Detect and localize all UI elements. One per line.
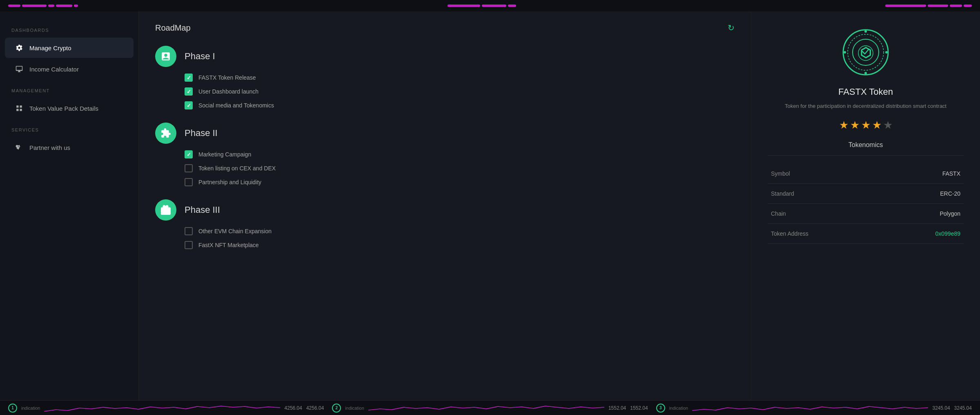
roadmap-title: RoadMap: [155, 23, 191, 33]
phase-1-item-1-text: FASTX Token Release: [198, 74, 256, 81]
sidebar-item-partner-with-us[interactable]: Partner with us: [5, 137, 134, 158]
token-name: FASTX Token: [768, 87, 964, 97]
tb-line-r2: [928, 4, 948, 7]
address-value: 0x099e89: [935, 230, 960, 237]
indicator-1: 1 indication 4256.04 4256.04: [8, 404, 324, 413]
gear-icon: [15, 43, 24, 52]
indicator-badge-1: 1: [8, 404, 17, 413]
tb-line-c2: [482, 4, 506, 7]
token-row-chain: Chain Polygon: [768, 204, 964, 224]
checkbox-3-2: [185, 241, 193, 249]
phase-2-title: Phase II: [185, 128, 218, 138]
checkbox-2-3: [185, 178, 193, 186]
indicator-2: 2 indication 1552.04 1552.04: [332, 404, 648, 413]
indicator-chart-1: [44, 404, 280, 412]
checkbox-1-3: [185, 101, 193, 109]
tb-line-r1: [885, 4, 926, 7]
svg-point-6: [864, 72, 867, 74]
phase-1-item-2-text: User Dashboard launch: [198, 88, 258, 95]
phase-2-items: Marketing Campaign Token listing on CEX …: [155, 150, 735, 186]
roadmap-panel: RoadMap ↻ Phase I: [139, 11, 751, 400]
sidebar-label-manage-crypto: Manage Crypto: [29, 45, 71, 51]
indicator-values-3: 3245.04 3245.04: [932, 405, 972, 411]
phase-2-item-3-text: Partnership and Liquidity: [198, 179, 261, 185]
indicator-label-3: indication: [669, 406, 688, 411]
tb-line-c1: [448, 4, 480, 7]
svg-point-5: [864, 30, 867, 33]
phase-2-icon: [155, 123, 176, 144]
sidebar-label-token-value-pack: Token Value Pack Details: [29, 105, 98, 112]
list-item: Other EVM Chain Expansion: [185, 227, 735, 235]
list-item: Social media and Tokenomics: [185, 101, 735, 109]
indicator-badge-3: 3: [656, 404, 665, 413]
top-bar-right: [885, 4, 972, 7]
top-bar-left: [8, 4, 78, 7]
phase-2-header: Phase II: [155, 123, 735, 144]
top-bar-center: [448, 4, 516, 7]
phase-3-items: Other EVM Chain Expansion FastX NFT Mark…: [155, 227, 735, 249]
refresh-icon[interactable]: ↻: [728, 23, 735, 33]
sidebar-section-dashboards: DASHBOARDS: [0, 20, 138, 37]
indicator-values-1: 4256.04 4256.04: [285, 405, 324, 411]
checkbox-2-1: [185, 150, 193, 158]
address-label: Token Address: [771, 230, 808, 237]
list-item: Partnership and Liquidity: [185, 178, 735, 186]
indicator-badge-2: 2: [332, 404, 341, 413]
phase-3-icon: [155, 199, 176, 221]
indicator-val1-2: 1552.04: [608, 405, 626, 411]
phase-1-icon: [155, 46, 176, 67]
indicator-val2-2: 1552.04: [630, 405, 648, 411]
token-panel: ⬡ FASTX Token Token for the participatio…: [751, 11, 980, 400]
list-item: FASTX Token Release: [185, 74, 735, 82]
indicator-val2-1: 4256.04: [306, 405, 324, 411]
star-1: ★: [839, 119, 849, 132]
indicator-val1-3: 3245.04: [932, 405, 950, 411]
phase-1-items: FASTX Token Release User Dashboard launc…: [155, 74, 735, 109]
sidebar-item-income-calculator[interactable]: Income Calculator: [5, 59, 134, 79]
checkbox-1-1: [185, 74, 193, 82]
svg-point-8: [885, 51, 888, 54]
indicator-chart-3: [692, 404, 928, 412]
list-item: Marketing Campaign: [185, 150, 735, 158]
sidebar-label-income-calculator: Income Calculator: [29, 66, 79, 73]
phase-3-block: Phase III Other EVM Chain Expansion Fast…: [155, 199, 735, 249]
sidebar-section-management: MANAGEMENT: [0, 80, 138, 97]
list-item: Token listing on CEX and DEX: [185, 164, 735, 172]
phase-2-item-1-text: Marketing Campaign: [198, 151, 251, 158]
chain-label: Chain: [771, 210, 786, 217]
standard-label: Standard: [771, 190, 794, 197]
symbol-label: Symbol: [771, 170, 790, 177]
tb-line-5: [74, 4, 78, 7]
sidebar-item-token-value-pack[interactable]: Token Value Pack Details: [5, 98, 134, 118]
phase-1-item-3-text: Social media and Tokenomics: [198, 102, 274, 109]
tb-line-r3: [950, 4, 962, 7]
top-bar: [0, 0, 980, 11]
main-area: DASHBOARDS Manage Crypto Income Calculat…: [0, 11, 980, 400]
sidebar-item-manage-crypto[interactable]: Manage Crypto: [5, 38, 134, 58]
app-wrapper: DASHBOARDS Manage Crypto Income Calculat…: [0, 0, 980, 415]
sidebar-label-partner-with-us: Partner with us: [29, 144, 70, 151]
tb-line-r4: [964, 4, 972, 7]
sidebar: DASHBOARDS Manage Crypto Income Calculat…: [0, 11, 139, 400]
grid-icon: [15, 104, 24, 113]
star-4: ★: [872, 119, 882, 132]
roadmap-header: RoadMap ↻: [155, 23, 735, 33]
token-logo-wrapper: ⬡: [768, 28, 964, 77]
indicator-chart-2: [368, 404, 604, 412]
tb-line-3: [48, 4, 54, 7]
checkbox-1-2: [185, 87, 193, 96]
phase-1-block: Phase I FASTX Token Release User Dashboa…: [155, 46, 735, 109]
phase-2-item-2-text: Token listing on CEX and DEX: [198, 165, 276, 172]
symbol-value: FASTX: [942, 170, 960, 177]
tb-line-2: [22, 4, 47, 7]
token-logo: ⬡: [841, 28, 890, 77]
indicator-val2-3: 3245.04: [954, 405, 972, 411]
tb-line-4: [56, 4, 72, 7]
handshake-icon: [15, 143, 24, 152]
star-5: ★: [883, 119, 893, 132]
token-row-address: Token Address 0x099e89: [768, 224, 964, 244]
phase-2-block: Phase II Marketing Campaign Token listin…: [155, 123, 735, 186]
phase-3-header: Phase III: [155, 199, 735, 221]
indicator-label-2: indication: [345, 406, 364, 411]
phase-1-title: Phase I: [185, 51, 215, 62]
